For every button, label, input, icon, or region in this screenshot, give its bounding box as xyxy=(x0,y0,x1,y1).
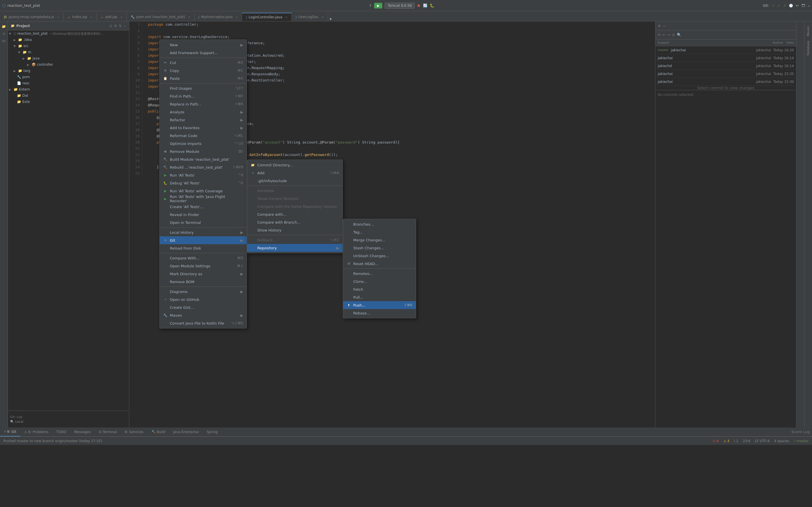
repo-fetch[interactable]: Fetch xyxy=(343,285,416,293)
refresh-icon[interactable]: 🔄 xyxy=(423,3,427,8)
menu-add-framework[interactable]: Add Framework Support... xyxy=(160,49,247,57)
menu-paste[interactable]: 📋 Paste ⌘V xyxy=(160,74,247,82)
bottom-tab-git[interactable]: ⑂ 9: Git xyxy=(0,428,20,437)
menu-git[interactable]: ⑂ Git ▶ xyxy=(160,236,247,244)
tree-ext2[interactable]: 📁 Exte xyxy=(8,99,129,105)
tree-external[interactable]: ▶ 📁 Extern xyxy=(8,86,129,93)
expand-log-icon[interactable]: ⊙ xyxy=(672,33,675,37)
menu-remove-bom[interactable]: Remove BOM xyxy=(160,278,247,286)
stop-icon[interactable]: ⏹ xyxy=(417,3,421,8)
tab-add[interactable]: ☕ add.jsp × xyxy=(97,13,127,21)
search-log-icon[interactable]: 🔍 xyxy=(677,33,682,37)
refresh-log-icon[interactable]: ⟳ xyxy=(658,33,661,37)
search-icon-bottom[interactable]: 🔍 xyxy=(10,420,14,424)
tab-interceptor[interactable]: J MyInterceptor.java × xyxy=(195,13,242,21)
git-compare-with[interactable]: Compare with... xyxy=(247,210,342,218)
menu-analyze[interactable]: Analyze ▶ xyxy=(160,108,247,116)
menu-run-jfr[interactable]: ▶ Run 'All Tests' with 'Java Flight Reco… xyxy=(160,195,247,203)
menu-diagrams[interactable]: Diagrams ▶ xyxy=(160,288,247,295)
tree-target[interactable]: ▶ 📁 targ xyxy=(8,68,129,74)
menu-rebuild[interactable]: 🔨 Rebuild ...'reaction_test_plat' ⇧⌘F9 xyxy=(160,163,247,171)
menu-compare[interactable]: Compare With... ⌘D xyxy=(160,254,247,262)
pull-requests-icon[interactable]: PR xyxy=(1,38,7,45)
editor-scrollbar[interactable] xyxy=(796,21,804,428)
bottom-tab-spring[interactable]: Spring xyxy=(203,428,222,437)
annotate-icon[interactable]: 🗔 xyxy=(802,4,805,8)
repo-stash[interactable]: Stash Changes... xyxy=(343,244,416,252)
repo-branches[interactable]: Branches... xyxy=(343,220,416,228)
tree-java[interactable]: ▶ 📁 java xyxy=(8,55,129,61)
git-exclude[interactable]: .git/info/exclude xyxy=(247,177,342,185)
settings-icon-git[interactable]: ⚙ xyxy=(658,24,661,28)
tree-data[interactable]: 📁 Dat xyxy=(8,93,129,99)
menu-new[interactable]: New ▶ xyxy=(160,41,247,49)
prev-icon[interactable]: ← xyxy=(662,33,665,37)
commit-row-5[interactable]: jakiechai jakiechai Today 15:30 xyxy=(655,78,796,86)
git-commit-dir[interactable]: 📁 Commit Directory... xyxy=(247,161,342,169)
locate-icon[interactable]: ⊙ xyxy=(109,24,112,28)
menu-open-terminal[interactable]: Open in Terminal xyxy=(160,219,247,226)
close-icon-git[interactable]: − xyxy=(663,24,666,28)
menu-cut[interactable]: ✂ Cut ⌘X xyxy=(160,59,247,66)
menu-run-tests[interactable]: ▶ Run 'All Tests' ^R xyxy=(160,171,247,179)
git-check-icon[interactable]: ✓ xyxy=(772,4,775,8)
menu-mark-dir[interactable]: Mark Directory as ▶ xyxy=(160,270,247,278)
menu-build-module[interactable]: 🔨 Build Module 'reaction_test_plat' xyxy=(160,155,247,163)
git-repository[interactable]: Repository ▶ xyxy=(247,244,342,252)
menu-maven[interactable]: 🔧 Maven ▶ xyxy=(160,311,247,319)
next-icon[interactable]: → xyxy=(667,33,670,37)
repo-clone[interactable]: Clone... xyxy=(343,277,416,285)
history-icon[interactable]: 🕐 xyxy=(789,4,793,8)
repo-push[interactable]: ⬆ Push... ⇧⌘K xyxy=(343,301,416,309)
bottom-tab-messages[interactable]: Messages xyxy=(70,428,95,437)
tree-idea[interactable]: ▶ 📁 .idea xyxy=(8,37,129,43)
git-push-icon[interactable]: ✓ xyxy=(777,4,780,8)
tree-root[interactable]: ▼ ⬡ reaction_test_plat ~/Desktop/项目/反应速度… xyxy=(8,31,129,37)
repo-rebase[interactable]: Rebase... xyxy=(343,309,416,317)
git-compare-branch[interactable]: Compare with Branch... xyxy=(247,218,342,226)
collapse-icon[interactable]: − xyxy=(123,24,126,28)
tab-index[interactable]: ☕ index.jsp × xyxy=(63,13,97,21)
run-button[interactable]: ▶ xyxy=(374,3,382,8)
menu-copy[interactable]: ⎘ Copy ⌘C xyxy=(160,66,247,74)
tree-controller[interactable]: ▶ 📦 controller xyxy=(8,61,129,68)
menu-open-github[interactable]: ⑂ Open on GitHub xyxy=(160,295,247,303)
menu-convert-kotlin[interactable]: Convert Java File to Kotlin File ⌥⇧⌘K xyxy=(160,319,247,327)
menu-run-coverage[interactable]: ▶ Run 'All Tests' with Coverage xyxy=(160,187,247,195)
repo-reset-head[interactable]: ↺ Reset HEAD... xyxy=(343,260,416,268)
tab-userlogdao[interactable]: J UserLogDac × xyxy=(292,13,328,21)
git-show-history[interactable]: Show History xyxy=(247,226,342,234)
menu-remove-module[interactable]: ⊗ Remove Module ⌦ xyxy=(160,148,247,155)
expand-icon[interactable]: ⇅ xyxy=(119,24,122,28)
tree-pom[interactable]: 🔧 pom xyxy=(8,74,129,80)
errors-badge[interactable]: ⚠ 6 xyxy=(712,439,719,443)
commit-row-3[interactable]: jakiechd jakiechai Today 16:14 xyxy=(655,62,796,70)
tab-jquery[interactable]: JS jquery.vmap.sampledata.js × xyxy=(0,13,63,21)
tree-main[interactable]: ▼ 📁 m xyxy=(8,49,129,55)
maven-panel-label[interactable]: Maven xyxy=(805,24,811,38)
menu-reveal-finder[interactable]: Reveal in Finder xyxy=(160,211,247,219)
menu-optimize[interactable]: Optimize Imports ^⌥O xyxy=(160,139,247,148)
repo-pull[interactable]: Pull... xyxy=(343,293,416,301)
repo-tag[interactable]: Tag... xyxy=(343,228,416,236)
spaces-label[interactable]: 4 spaces xyxy=(774,439,789,443)
tab-logincontroller[interactable]: J LoginController.java × xyxy=(242,13,292,21)
repo-merge[interactable]: Merge Changes... xyxy=(343,236,416,244)
debug-icon[interactable]: 🐛 xyxy=(430,3,434,8)
tree-src[interactable]: ▼ 📁 src xyxy=(8,43,129,49)
branch-status[interactable]: ⑂ master xyxy=(794,439,809,443)
repo-unstash[interactable]: UnStash Changes... xyxy=(343,252,416,260)
hints-badge[interactable]: i 1 xyxy=(734,439,738,443)
git-add[interactable]: + Add ⌥⌘A xyxy=(247,169,342,177)
commit-row-1[interactable]: master jakiechai jakiechai Today 16:20 xyxy=(655,46,796,54)
menu-module-settings[interactable]: Open Module Settings ⌘↓ xyxy=(160,262,247,270)
search-icon[interactable]: ⌕ xyxy=(808,4,810,8)
settings-icon[interactable]: ⚙ xyxy=(114,24,117,28)
menu-replace-path[interactable]: Replace in Path... ⇧⌘R xyxy=(160,100,247,108)
event-log-label[interactable]: Event Log xyxy=(792,430,810,434)
menu-debug-tests[interactable]: 🐛 Debug 'All Tests' ^D xyxy=(160,179,247,187)
database-panel-label[interactable]: Database xyxy=(805,38,811,58)
menu-reload[interactable]: Reload from Disk xyxy=(160,244,247,252)
bottom-tab-build[interactable]: 🔨 Build xyxy=(148,428,169,437)
bottom-tab-todo[interactable]: TODO xyxy=(52,428,70,437)
